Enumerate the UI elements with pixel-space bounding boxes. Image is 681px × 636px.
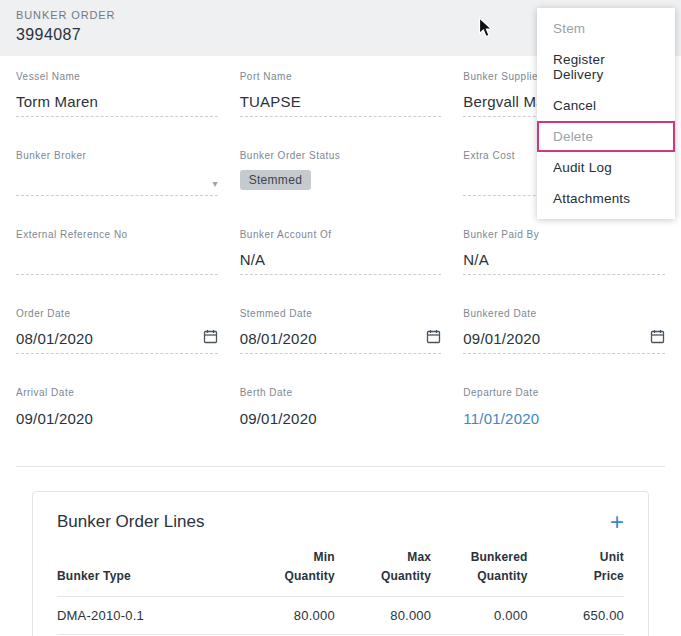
stemmed-date-input[interactable]: 08/01/2020 xyxy=(240,327,442,354)
cell-bunkered-quantity: 0.000 xyxy=(431,597,527,635)
calendar-icon[interactable] xyxy=(203,329,218,347)
form-row-4: Order Date 08/01/2020 Stemmed Date xyxy=(16,308,665,354)
bunker-order-status-input[interactable]: Stemmed xyxy=(240,169,442,196)
order-actions-menu: Stem Register Delivery Cancel Delete Aud… xyxy=(537,8,675,219)
order-lines-table: Bunker Type Min Quantity Max Quantity Bu… xyxy=(57,544,624,636)
bunker-account-of-input[interactable]: N/A xyxy=(240,248,442,275)
bunker-account-of-label: Bunker Account Of xyxy=(240,229,442,240)
bunker-paid-by-label: Bunker Paid By xyxy=(463,229,665,240)
departure-date-text: 11/01/2020 xyxy=(463,410,539,427)
berth-date-text: 09/01/2020 xyxy=(240,410,317,427)
arrival-date-text: 09/01/2020 xyxy=(16,410,93,427)
bunker-paid-by-field: Bunker Paid By N/A xyxy=(463,229,665,275)
port-name-value: TUAPSE xyxy=(240,93,301,110)
berth-date-value: 09/01/2020 xyxy=(240,406,442,433)
vessel-name-field: Vessel Name Torm Maren xyxy=(16,71,218,117)
status-badge: Stemmed xyxy=(240,170,311,190)
berth-date-label: Berth Date xyxy=(240,387,442,398)
table-row[interactable]: DMA-2010-0.1 80.000 80.000 0.000 650.00 xyxy=(57,597,624,635)
arrival-date-field: Arrival Date 09/01/2020 xyxy=(16,387,218,433)
arrival-date-value: 09/01/2020 xyxy=(16,406,218,433)
bunker-order-status-field: Bunker Order Status Stemmed xyxy=(240,150,442,196)
form-row-5: Arrival Date 09/01/2020 Berth Date 09/01… xyxy=(16,387,665,433)
menu-item-attachments[interactable]: Attachments xyxy=(537,183,675,214)
bunkered-date-label: Bunkered Date xyxy=(463,308,665,319)
cell-max-quantity: 80.000 xyxy=(335,597,431,635)
external-reference-input[interactable] xyxy=(16,248,218,275)
bunker-account-of-field: Bunker Account Of N/A xyxy=(240,229,442,275)
external-reference-field: External Reference No xyxy=(16,229,218,275)
departure-date-field: Departure Date 11/01/2020 xyxy=(463,387,665,433)
cell-unit-price: 650.00 xyxy=(528,597,624,635)
order-date-value: 08/01/2020 xyxy=(16,330,93,347)
stemmed-date-value: 08/01/2020 xyxy=(240,330,317,347)
calendar-icon[interactable] xyxy=(426,329,441,347)
bunker-order-lines-card: Bunker Order Lines + Bunker Type Min Qua… xyxy=(32,491,649,636)
order-date-input[interactable]: 08/01/2020 xyxy=(16,327,218,354)
bunker-account-of-value: N/A xyxy=(240,251,266,268)
cell-min-quantity: 80.000 xyxy=(238,597,334,635)
port-name-field: Port Name TUAPSE xyxy=(240,71,442,117)
mouse-cursor-icon xyxy=(478,17,493,43)
vessel-name-value: Torm Maren xyxy=(16,93,98,110)
bunker-broker-field: Bunker Broker ▾ xyxy=(16,150,218,196)
order-date-field: Order Date 08/01/2020 xyxy=(16,308,218,354)
section-divider xyxy=(16,466,665,467)
external-reference-label: External Reference No xyxy=(16,229,218,240)
bunker-supplier-value: Bergvall Ma xyxy=(463,93,544,110)
port-name-input[interactable]: TUAPSE xyxy=(240,90,442,117)
col-unit-price: Unit Price xyxy=(528,544,624,597)
bunker-paid-by-input[interactable]: N/A xyxy=(463,248,665,275)
table-header-row: Bunker Type Min Quantity Max Quantity Bu… xyxy=(57,544,624,597)
port-name-label: Port Name xyxy=(240,71,442,82)
stemmed-date-label: Stemmed Date xyxy=(240,308,442,319)
arrival-date-label: Arrival Date xyxy=(16,387,218,398)
departure-date-label: Departure Date xyxy=(463,387,665,398)
bunker-order-page: BUNKER ORDER 3994087 Vessel Name Torm Ma… xyxy=(0,0,681,636)
col-bunkered-quantity: Bunkered Quantity xyxy=(431,544,527,597)
col-bunker-type: Bunker Type xyxy=(57,544,238,597)
stemmed-date-field: Stemmed Date 08/01/2020 xyxy=(240,308,442,354)
order-date-label: Order Date xyxy=(16,308,218,319)
vessel-name-input[interactable]: Torm Maren xyxy=(16,90,218,117)
form-row-3: External Reference No Bunker Account Of … xyxy=(16,229,665,275)
bunker-paid-by-value: N/A xyxy=(463,251,489,268)
bunker-broker-select[interactable]: ▾ xyxy=(16,169,218,196)
menu-item-cancel[interactable]: Cancel xyxy=(537,90,675,121)
vessel-name-label: Vessel Name xyxy=(16,71,218,82)
col-max-quantity: Max Quantity xyxy=(335,544,431,597)
bunkered-date-input[interactable]: 09/01/2020 xyxy=(463,327,665,354)
calendar-icon[interactable] xyxy=(650,329,665,347)
bunkered-date-field: Bunkered Date 09/01/2020 xyxy=(463,308,665,354)
berth-date-field: Berth Date 09/01/2020 xyxy=(240,387,442,433)
cell-bunker-type: DMA-2010-0.1 xyxy=(57,597,238,635)
col-min-quantity: Min Quantity xyxy=(238,544,334,597)
add-order-line-button[interactable]: + xyxy=(610,512,624,532)
menu-item-delete[interactable]: Delete xyxy=(537,121,675,152)
menu-item-audit-log[interactable]: Audit Log xyxy=(537,152,675,183)
menu-item-register-delivery[interactable]: Register Delivery xyxy=(537,44,675,90)
bunkered-date-value: 09/01/2020 xyxy=(463,330,540,347)
bunker-broker-label: Bunker Broker xyxy=(16,150,218,161)
departure-date-link[interactable]: 11/01/2020 xyxy=(463,406,665,433)
card-header: Bunker Order Lines + xyxy=(33,508,648,544)
menu-item-stem[interactable]: Stem xyxy=(537,13,675,44)
chevron-down-icon[interactable]: ▾ xyxy=(212,178,217,189)
bunker-order-status-label: Bunker Order Status xyxy=(240,150,442,161)
card-title: Bunker Order Lines xyxy=(57,512,204,532)
